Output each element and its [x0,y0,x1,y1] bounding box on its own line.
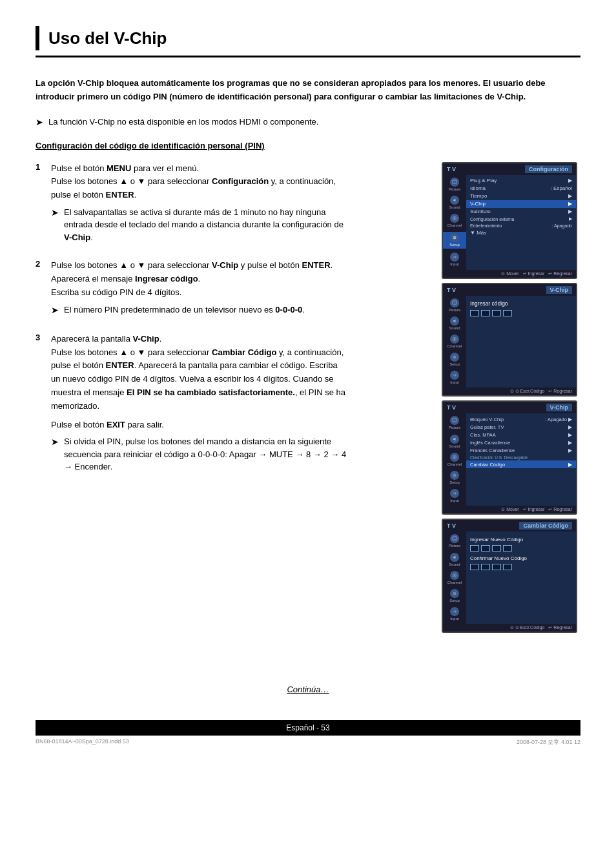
pin-box-2 [481,310,490,316]
confirmar-nuevo-label: Confirmar Nuevo Código [466,554,576,562]
svg-rect-5 [453,301,457,304]
input-icon-2 [450,371,459,380]
input-icon-3 [450,489,459,498]
sidebar-picture-1: Picture [449,178,461,192]
step-2-number: 2 [36,259,47,269]
tv-footer-3: ⊙ Mover ↵ Ingresar ↩ Regresar [443,506,576,513]
note-arrow-3: ➤ [51,435,59,449]
sidebar-setup-4: Setup [449,589,460,603]
step-3-exit: Pulse el botón EXIT para salir. [51,418,346,432]
tv-menu-3: Bloqueo V-Chip: Apagado ▶ Guías pater. T… [466,413,576,506]
footer-btn-regresar-3: ↩ Regresar [548,507,572,512]
confirm-pin-box-1 [470,564,479,570]
sidebar-picture-4: Picture [449,534,461,548]
tv-sidebar-4: Picture Sound Channel [443,531,466,624]
step-2-note-text: El número PIN predeterminado de un telev… [64,304,305,316]
sidebar-sound-4: Sound [449,553,460,567]
continua-section: Continúa… [36,685,580,694]
footer-btn-escr-4: ⊙ ⊙ Escr.Código [510,625,545,630]
pin-boxes-screen2 [466,310,576,316]
pin-box-3 [492,310,501,316]
continua-text: Continúa… [287,685,329,694]
sidebar-channel-4: Channel [447,571,462,585]
footer-btn-escr-2: ⊙ ⊙ Escr.Código [510,389,545,394]
confirm-pin-box-2 [481,564,490,570]
step-1: 1 Pulse el botón MENU para ver el menú. … [36,162,429,244]
content-area: 1 Pulse el botón MENU para ver el menú. … [36,162,580,634]
menu-item-tiempo: Tiempo▶ [466,192,576,200]
intro-bold: La opción V-Chip bloquea automáticamente… [36,78,546,101]
menu-ingles: Inglés Canadiense▶ [466,438,576,446]
menu-guias: Guías pater. TV▶ [466,423,576,431]
menu-item-plug-play: Plug & Play▶ [466,177,576,185]
sound-icon-2 [450,316,459,325]
picture-icon-2 [450,298,459,307]
pin-box-1 [470,310,479,316]
footer-label: Español - 53 [286,723,329,732]
menu-item-subtitulo: Subtítulo▶ [466,208,576,216]
channel-icon-1 [450,214,459,223]
channel-icon-4 [450,571,459,580]
sidebar-picture-2: Picture [449,298,461,313]
footer-btn-regresar-1: ↩ Regresar [548,271,572,276]
svg-point-19 [454,593,455,594]
tv-screen-3: T V V-Chip Picture [442,400,577,515]
sidebar-setup-3: Setup [449,471,460,485]
sidebar-input-1: Input [450,253,459,267]
step-1-content: Pulse el botón MENU para ver el menú. Pu… [51,162,344,244]
step-1-note-text: El salvapantallas se activa si durante m… [64,206,344,244]
svg-point-14 [454,475,455,476]
step-2-line1: Pulse los botones ▲ o ▼ para seleccionar… [51,259,333,299]
screenshots-column: T V Configuración Picture [442,162,580,634]
setup-icon-4 [450,589,459,598]
new-pin-box-2 [481,545,490,552]
sound-icon-3 [450,435,459,444]
title-section: Uso del V-Chip [36,26,580,57]
sound-icon-1 [450,196,459,205]
footer-btn-mover-3: ⊙ Mover [501,507,518,512]
intro-paragraph: La opción V-Chip bloquea automáticamente… [36,77,580,104]
step-2: 2 Pulse los botones ▲ o ▼ para seleccion… [36,259,429,316]
svg-point-17 [454,575,455,576]
menu-item-entretenimiento: Entretenimiento: Apagado [466,223,576,229]
sidebar-sound-2: Sound [449,316,460,331]
step-2-note: ➤ El número PIN predeterminado de un tel… [51,304,333,317]
step-3-note: ➤ Si olvida el PIN, pulse los botones de… [51,435,346,473]
step-3-line1: Aparecerá la pantalla V-Chip. [51,333,346,346]
tv-screen-4-header: T V Cambiar Código [443,520,576,531]
menu-item-vchip-1: V-Chip▶ [466,200,576,208]
section-heading: Configuración del código de identificaci… [36,141,580,150]
tv-title-1: Configuración [525,165,572,173]
tv-footer-1: ⊙ Mover ↵ Ingresar ↩ Regresar [443,270,576,278]
tv-screen-1-body: Picture Sound Channel [443,175,576,270]
ingresar-codigo-label: Ingresar código [466,300,576,308]
new-pin-box-4 [503,545,512,552]
tv-menu-2: Ingresar código [466,296,576,388]
setup-icon-1 [450,233,459,242]
channel-icon-3 [450,453,459,462]
step-3-number: 3 [36,333,47,342]
sound-icon-4 [450,553,459,562]
picture-icon-4 [450,534,459,543]
tv-screen-2-header: T V V-Chip [443,284,576,296]
svg-point-9 [454,356,455,358]
new-pin-box-1 [470,545,479,552]
step-1-note: ➤ El salvapantallas se activa si durante… [51,206,344,244]
sidebar-input-2: Input [450,371,459,385]
sidebar-sound-3: Sound [449,435,460,449]
ingresar-nuevo-label: Ingresar Nuevo Código [466,535,576,543]
footer-btn-regresar-4: ↩ Regresar [548,625,572,630]
svg-point-4 [454,237,455,238]
footer-btn-ingresar-1: ↵ Ingresar [523,271,545,276]
tv-label-1: T V [447,166,456,172]
arrow-symbol: ➤ [36,116,43,129]
note-arrow-2: ➤ [51,304,59,317]
picture-icon-1 [450,178,459,187]
step-1-subline: Pulse los botones ▲ o ▼ para seleccionar… [51,175,344,202]
tv-sidebar-2: Picture Sound Channel [443,296,466,388]
file-info-right: 2008-07-28 오후 4:01 12 [517,738,580,747]
page-bottom-bar: Español - 53 [36,720,580,736]
tv-footer-2: ⊙ ⊙ Escr.Código ↩ Regresar [443,387,576,395]
menu-bloqueo: Bloqueo V-Chip: Apagado ▶ [466,415,576,423]
footer-btn-ingresar-3: ↵ Ingresar [523,507,545,512]
